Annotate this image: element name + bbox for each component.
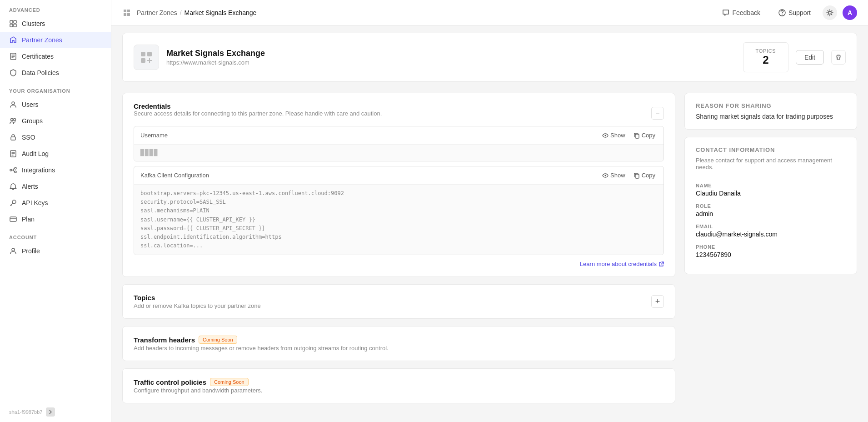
sidebar-section-account: AccoUnT [0,227,111,243]
sidebar-collapse-toggle[interactable] [46,407,55,417]
support-button[interactable]: Support [772,6,817,19]
svg-rect-16 [147,52,152,56]
breadcrumb-separator: / [180,9,182,16]
contact-phone-value: 1234567890 [696,251,846,258]
partner-zones-label: Partner Zones [22,36,62,44]
contact-role-field: ROLE admin [696,203,846,217]
svg-point-10 [10,169,12,171]
avatar[interactable]: A [843,5,857,20]
traffic-title-row: Traffic control policies Coming Soon [134,378,262,386]
sidebar-item-api-keys[interactable]: API Keys [0,195,111,211]
sidebar-item-audit-log[interactable]: Audit Log [0,146,111,162]
copy-icon-kafka [634,172,640,179]
traffic-control-card: Traffic control policies Coming Soon Con… [122,368,675,403]
topbar-logo [122,7,133,18]
sidebar-section-advanced: Advanced [0,0,111,15]
sidebar-item-plan[interactable]: Plan [0,211,111,227]
feedback-button[interactable]: Feedback [716,6,766,19]
sidebar-footer: sha1-f9987bb7 [0,402,111,422]
market-url: https://www.market-signals.com [166,59,736,66]
contact-description: Please contact for support and access ma… [696,157,846,171]
sidebar-item-clusters[interactable]: Clusters [0,15,111,32]
svg-point-6 [11,119,13,121]
svg-point-18 [605,135,606,136]
transform-badge: Coming Soon [199,336,237,344]
feedback-icon [722,9,729,16]
sidebar-item-integrations[interactable]: Integrations [0,162,111,178]
svg-rect-0 [10,20,13,23]
transform-headers-card: Transform headers Coming Soon Add header… [122,326,675,361]
market-delete-button[interactable] [831,50,846,65]
market-header: Market Signals Exchange https://www.mark… [122,33,857,82]
svg-rect-8 [11,137,15,140]
contact-role-value: admin [696,210,846,217]
credentials-collapse-button[interactable]: − [651,107,664,120]
svg-rect-1 [14,20,16,23]
kafka-copy-button[interactable]: Copy [632,171,657,180]
sidebar-item-users[interactable]: Users [0,96,111,113]
sidebar-item-partner-zones[interactable]: Partner Zones [0,32,111,48]
users-label: Users [22,101,39,108]
kafka-show-button[interactable]: Show [600,171,627,180]
contact-role-label: ROLE [696,203,846,209]
username-actions: Show Copy [600,131,657,140]
sso-icon [9,133,17,141]
contact-email-value: claudiu@market-signals.com [696,231,846,238]
credentials-header-row: Credentials Secure access details for co… [134,102,664,124]
clusters-icon [9,20,17,28]
username-copy-button[interactable]: Copy [632,131,657,140]
svg-point-11 [15,167,16,169]
market-topics-label: TOPICS [753,48,779,54]
username-field-header: Username Show Copy [134,126,663,145]
reason-sharing-title: Reason for sharing [696,102,846,109]
sso-label: SSO [22,134,35,141]
sidebar-item-profile[interactable]: Profile [0,243,111,259]
svg-rect-17 [141,58,145,63]
svg-point-14 [12,248,15,251]
partner-zones-icon [9,36,17,44]
username-show-button[interactable]: Show [600,131,627,140]
learn-more-link[interactable]: Learn more about credentials [580,261,664,267]
transform-description: Add headers to incoming messages or remo… [134,345,389,352]
data-policies-label: Data Policies [22,69,59,76]
users-icon [9,100,17,109]
support-icon [778,9,786,16]
topbar-actions: Feedback Support A [716,5,857,20]
main-content: Partner Zones / Market Signals Exchange … [111,0,868,422]
contact-email-label: EMAIL [696,224,846,229]
breadcrumb-partner-zones[interactable]: Partner Zones [137,9,177,16]
theme-icon [826,9,833,16]
certificates-label: Certificates [22,53,54,60]
market-edit-button[interactable]: Edit [796,50,824,65]
footer-hash: sha1-f9987bb7 [9,409,42,415]
kafka-field-label: Kafka Client Configuration [140,172,209,179]
copy-icon [634,132,640,139]
svg-rect-13 [10,217,16,221]
transform-title-row: Transform headers Coming Soon [134,336,389,344]
sidebar-item-data-policies[interactable]: Data Policies [0,65,111,81]
topics-add-button[interactable]: + [651,295,664,308]
market-topics-count: 2 [753,54,779,66]
kafka-field-value: bootstrap.servers=pkc-12345.us-east-1.aw… [134,185,663,255]
traffic-description: Configure throughput and bandwidth param… [134,387,262,394]
credentials-title: Credentials [134,102,382,110]
profile-label: Profile [22,247,40,255]
market-info: Market Signals Exchange https://www.mark… [166,49,736,66]
sidebar-item-alerts[interactable]: Alerts [0,178,111,195]
sidebar-item-groups[interactable]: Groups [0,113,111,129]
sidebar-item-sso[interactable]: SSO [0,129,111,146]
credentials-description: Secure access details for connecting to … [134,110,382,117]
kafka-field-row: Kafka Client Configuration Show Copy [134,166,664,255]
contact-name-label: NAME [696,183,846,188]
kafka-field-header: Kafka Client Configuration Show Copy [134,166,663,185]
topics-description: Add or remove Kafka topics to your partn… [134,302,261,309]
username-field-value: ████ [134,145,663,161]
theme-toggle[interactable] [823,5,837,20]
traffic-title: Traffic control policies [134,378,206,386]
certificates-icon [9,52,17,60]
sidebar-item-certificates[interactable]: Certificates [0,48,111,65]
breadcrumb: Partner Zones / Market Signals Exchange [137,9,256,16]
svg-point-20 [605,175,606,176]
integrations-icon [9,166,17,174]
plan-label: Plan [22,216,35,223]
